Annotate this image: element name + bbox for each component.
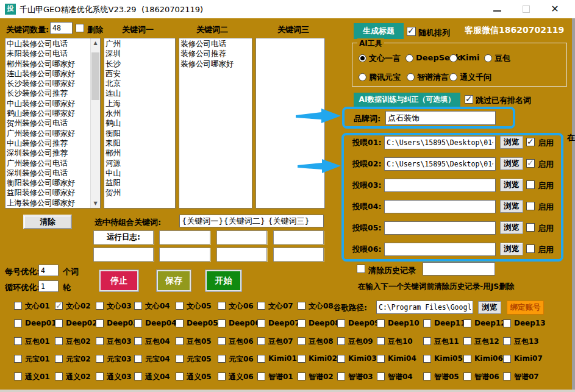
account-checkbox-Deep02[interactable] [55,319,63,327]
list-item[interactable]: 装修公司电话 [180,39,251,49]
skip-ranked-checkbox[interactable] [465,95,473,104]
account-checkbox-Deep06[interactable] [218,319,226,327]
list-item[interactable]: 广州 [105,39,174,49]
feed-path-input[interactable] [384,136,496,149]
feed-path-input[interactable] [384,243,496,256]
account-checkbox-元宝02[interactable] [55,355,63,363]
account-checkbox-智谱04[interactable] [377,372,385,380]
list-item[interactable]: 装修公司哪家好 [180,59,251,69]
account-checkbox-Kimi07[interactable] [503,355,511,363]
list-item[interactable]: 益阳 [105,178,174,188]
google-browse-button[interactable]: 浏览 [478,301,501,314]
save-button[interactable]: 保存 [157,270,191,291]
account-checkbox-Deep01[interactable] [14,319,22,327]
list-item[interactable]: 深圳 [105,49,174,59]
account-checkbox-智谱05[interactable] [423,372,431,380]
keyword-pool-list[interactable]: 中山装修公司电话耒阳装修公司电话郴州装修公司哪家好连山装修公司哪家好长沙装修公司… [5,38,101,208]
feed-path-input[interactable] [384,179,496,192]
account-checkbox-通义04[interactable] [134,372,142,380]
account-checkbox-豆包07[interactable] [257,337,265,345]
account-checkbox-元宝06[interactable] [218,355,226,363]
account-checkbox-豆包03[interactable] [96,337,104,345]
ai-radio-智谱清言[interactable] [407,73,415,81]
account-checkbox-Deep05[interactable] [176,319,184,327]
account-checkbox-通义03[interactable] [96,372,104,380]
account-checkbox-Kimi06[interactable] [463,355,471,363]
list-item[interactable]: 郴州装修公司哪家好 [7,59,90,69]
list-item[interactable]: 长沙 [105,59,174,69]
account-checkbox-豆包06[interactable] [218,337,226,345]
account-checkbox-Deep09[interactable] [337,319,345,327]
account-checkbox-通义01[interactable] [14,372,22,380]
list-item[interactable]: 河源 [105,159,174,168]
feed-enable-checkbox[interactable] [526,159,535,168]
feed-browse-button[interactable]: 浏览 [500,179,523,191]
clear-button[interactable]: 清除 [23,215,72,229]
list-item[interactable]: 中山装修公司电话 [7,39,90,49]
account-checkbox-Deep12[interactable] [463,319,471,327]
account-checkbox-豆包12[interactable] [463,337,471,345]
feed-path-input[interactable] [384,157,496,171]
list-item[interactable]: 耒阳 [105,138,174,148]
list-item[interactable]: 北京 [105,79,174,88]
account-checkbox-Kimi03[interactable] [337,355,345,363]
account-checkbox-元宝04[interactable] [134,355,142,363]
account-checkbox-文心02[interactable] [55,302,63,310]
keyword-count-input[interactable] [50,22,73,34]
bind-account-button[interactable]: 绑定账号 [507,301,544,315]
account-checkbox-智谱07[interactable] [503,372,511,380]
delete-checkbox[interactable] [76,24,84,32]
maximize-button[interactable] [517,2,535,16]
scroll-down-icon[interactable]: ▼ [91,199,100,208]
feed-enable-checkbox[interactable] [526,244,535,253]
google-path-input[interactable] [376,301,473,314]
list-item[interactable]: 中山 [105,168,174,178]
ai-radio-Kimi[interactable] [449,54,457,62]
account-checkbox-文心06[interactable] [218,302,226,310]
account-checkbox-Deep04[interactable] [134,319,142,327]
list-item[interactable]: 鹤山 [105,118,174,128]
account-checkbox-文心07[interactable] [257,302,265,310]
account-checkbox-通义05[interactable] [176,372,184,380]
scrollbar[interactable]: ▲ ▼ [90,38,100,208]
account-checkbox-通义02[interactable] [55,372,63,380]
list-item[interactable]: 广州装修公司哪家好 [7,129,90,138]
stop-button[interactable]: 停止 [99,270,138,291]
clear-history-input[interactable] [423,262,495,276]
feed-browse-button[interactable]: 浏览 [500,221,523,234]
list-item[interactable]: 深圳装修公司推荐 [7,148,90,158]
account-checkbox-豆包13[interactable] [503,337,511,345]
ai-radio-文心一言[interactable] [359,54,366,62]
account-checkbox-元宝01[interactable] [14,355,22,363]
list-item[interactable]: 衡阳 [105,129,174,138]
list-item[interactable]: 连山 [105,88,174,98]
account-checkbox-通义06[interactable] [218,372,226,380]
scrollbar-thumb[interactable] [91,52,99,100]
account-checkbox-豆包11[interactable] [423,337,431,345]
account-checkbox-Deep10[interactable] [377,319,385,327]
feed-browse-button[interactable]: 浏览 [500,200,523,213]
list-item[interactable]: 中山装修公司推荐 [7,138,90,148]
list-item[interactable]: 贺州装修公司电话 [7,118,90,128]
start-button[interactable]: 开始 [205,270,241,291]
account-checkbox-Deep03[interactable] [96,319,104,327]
account-checkbox-豆包10[interactable] [377,337,385,345]
list-item[interactable]: 上海 [105,99,174,109]
list-item[interactable]: 耒阳装修公司电话 [7,49,90,59]
account-checkbox-元宝03[interactable] [96,355,104,363]
account-checkbox-豆包08[interactable] [298,337,305,345]
account-checkbox-Kimi05[interactable] [423,355,431,363]
selected-combine-input[interactable] [179,215,324,227]
list-item[interactable]: 长沙装修公司哪家好 [7,79,90,88]
account-checkbox-豆包02[interactable] [55,337,63,345]
account-checkbox-Deep07[interactable] [257,319,265,327]
account-checkbox-文心05[interactable] [176,302,184,310]
list-item[interactable]: 装修公司推荐 [180,49,251,59]
account-checkbox-Deep13[interactable] [503,319,511,327]
ai-radio-豆包[interactable] [484,54,492,62]
scroll-up-icon[interactable]: ▲ [91,38,100,48]
account-checkbox-Kimi01[interactable] [257,355,265,363]
list-item[interactable]: 贺州 [105,188,174,198]
close-button[interactable]: ✕ [546,2,564,16]
account-checkbox-豆包05[interactable] [176,337,184,345]
